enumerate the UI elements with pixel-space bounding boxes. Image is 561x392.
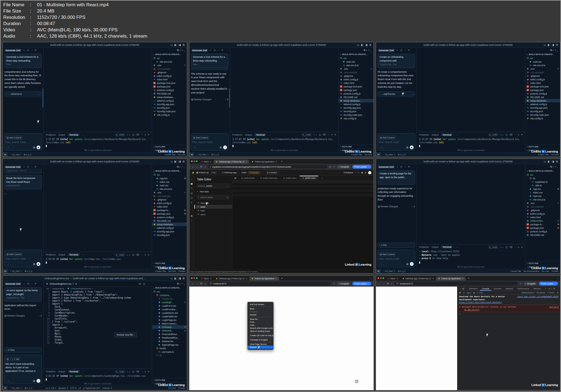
chat-input[interactable]: @ Add Context Plan, search, build ∞ ⌄ ▣ … [4, 250, 42, 267]
window-layout-icons[interactable]: ▭ ◧ ◨ ⚙ [544, 44, 559, 46]
console-prompt[interactable]: > [457, 312, 560, 316]
video-thumbnail-1[interactable]: build-with-ai-create-a-follow-up-app-wit… [2, 42, 187, 157]
explorer-root[interactable]: ⌄ BUILD-WITH-AI-CREATE... [152, 286, 187, 290]
tab-terminal[interactable]: Terminal [441, 246, 453, 248]
chevron-icon[interactable]: ⌄ [262, 172, 264, 174]
tab-close-icon[interactable]: ✕ [245, 278, 247, 280]
table-row[interactable]: ⊞followups [194, 201, 232, 205]
file-row[interactable]: tailwind.config.js [152, 226, 187, 230]
home-button[interactable]: ⌂ [391, 282, 392, 285]
file-row[interactable]: .env ⊘ [525, 67, 560, 71]
lens-icon[interactable]: ◇ [329, 165, 331, 168]
explorer-root[interactable]: ⌄ BUILD-WITH-AI-CREATE... [525, 169, 560, 173]
finish-update-button[interactable]: Finish update ⋮ [352, 165, 371, 169]
table-row[interactable]: ⊞leads [194, 205, 232, 209]
devtools-tab[interactable]: Performance [515, 287, 531, 291]
video-thumbnail-6[interactable]: build-with-ai-create-a-follow-up-app-wit… [376, 159, 560, 274]
file-row[interactable]: LeadsDemo.tsx [152, 311, 187, 315]
file-row[interactable]: index.html [525, 81, 560, 85]
settings-icon[interactable]: ⌂ [191, 219, 192, 222]
terminal-more-icon[interactable]: ⋯ [514, 246, 516, 248]
split-terminal-icon[interactable]: ◫ [132, 370, 135, 373]
outline-section[interactable]: › OUTLINE [152, 261, 187, 265]
bookmark-star[interactable]: ☆ [520, 282, 522, 285]
file-row[interactable]: eslint.config.js [525, 78, 560, 81]
git-branch[interactable]: ⑂ 03_04e* ⟳ [383, 270, 395, 272]
file-row[interactable]: vite-env.d.ts [525, 63, 560, 67]
panel-close-icon[interactable]: ✕ [334, 133, 336, 136]
new-terminal-icon[interactable]: ＋⌄ [127, 253, 131, 256]
split-terminal-icon[interactable]: ◫ [319, 133, 321, 136]
devtools-tab[interactable]: Sources [492, 287, 503, 291]
file-row[interactable]: package-lock.json [339, 85, 374, 88]
context-menu-item[interactable] [249, 342, 272, 342]
tab-output[interactable]: Output [432, 133, 439, 136]
finish-update-button[interactable]: Finish update ⋮ [352, 282, 371, 285]
file-row[interactable]: package.json M [525, 226, 560, 230]
tab-problems[interactable]: Problems [46, 133, 56, 136]
editor-tab[interactable]: OnboardingDemo.tsx U ✕ [44, 281, 80, 286]
panel-maximize-icon[interactable]: ∧ [144, 254, 146, 256]
status-item[interactable]: Prettier [178, 270, 185, 272]
context-menu-item[interactable] [249, 317, 272, 317]
context-menu-item[interactable]: Inspect [248, 346, 273, 349]
reload-button[interactable]: ⟳ [200, 282, 202, 285]
file-row[interactable]: README.md [339, 95, 374, 99]
window-controls[interactable] [378, 277, 384, 279]
stop-button[interactable]: ■ [37, 262, 40, 266]
file-row[interactable]: SignUpPage.tsx [152, 343, 187, 347]
terminal-shell[interactable]: ▸_ node [488, 246, 498, 249]
file-row[interactable]: .gitignore [525, 74, 560, 78]
terminal-shell[interactable]: ▸_ node [115, 253, 125, 256]
kill-terminal-icon[interactable]: ⌫ [509, 246, 512, 248]
file-row[interactable]: src [525, 173, 560, 177]
new-terminal-icon[interactable]: ＋⌄ [313, 133, 317, 136]
error-count-badge[interactable]: ● 1 [549, 288, 551, 290]
file-row[interactable]: postcss.config.js [339, 92, 374, 95]
inspect-element-icon[interactable]: ⌖ [460, 287, 461, 290]
file-row[interactable]: main.tsx [152, 184, 187, 187]
file-row[interactable]: vite.config.ts [152, 113, 187, 117]
tables-menu-tab[interactable]: ▦ [232, 176, 238, 180]
table-tab[interactable]: ⊞public.users [280, 176, 300, 180]
context-menu-item[interactable]: View Page Source [248, 343, 273, 346]
explorer-actions[interactable]: ⧉ ⌕ ⑂ ⌄ [525, 48, 560, 52]
status-item[interactable]: Cursor Tab [165, 153, 175, 156]
forward-button[interactable]: → [383, 282, 385, 285]
file-row[interactable]: .env.example [152, 194, 187, 198]
file-row[interactable]: postcss.config.js [152, 215, 187, 219]
file-row[interactable]: RoleBasedRou... [152, 336, 187, 339]
file-row[interactable]: tsconfig.node.json [525, 113, 560, 117]
devtools-tab[interactable]: Network [504, 287, 515, 291]
tab-problems[interactable]: Problems [46, 370, 56, 373]
back-button[interactable]: ← [378, 282, 381, 285]
add-context-button[interactable]: @ Add Context [379, 253, 396, 256]
split-terminal-icon[interactable]: ◫ [506, 133, 508, 136]
file-row[interactable]: setup-database.... [525, 99, 560, 102]
supabase-nav-rail[interactable]: ⌂ ▦ ⎘ ▤ ◫ ⚲ ◉ ⌂ [189, 176, 194, 270]
tab-problems[interactable]: Problems [419, 133, 429, 136]
add-context-button[interactable]: @ [5, 357, 10, 361]
file-row[interactable]: index.html [152, 205, 187, 208]
split-terminal-icon[interactable]: ◫ [132, 133, 135, 136]
tab-problems[interactable]: Problems [232, 133, 242, 136]
commands-icon[interactable]: ◈ [365, 171, 366, 174]
chat-tab-actions[interactable]: ＋ ◷ ⋯ ✕ [396, 165, 411, 169]
file-row[interactable]: .env ⊘ [152, 191, 187, 194]
video-thumbnail-3[interactable]: build-with-ai-create-a-follow-up-app-wit… [376, 42, 560, 157]
new-terminal-icon[interactable]: ＋⌄ [500, 133, 504, 136]
new-terminal-icon[interactable]: ＋⌄ [500, 246, 504, 249]
file-row[interactable]: Onboardi... U [152, 329, 187, 332]
file-row[interactable]: vite.config.ts [525, 117, 560, 120]
window-layout-icons[interactable]: ▭ ◧ ◨ ⚙ [170, 160, 185, 163]
remote-icon[interactable]: ⋈ [376, 153, 381, 157]
eye-icon[interactable]: ◉ [473, 292, 475, 294]
send-button[interactable]: ↑ [410, 262, 414, 266]
file-row[interactable]: README.md [525, 233, 560, 237]
file-row[interactable]: src [152, 56, 187, 60]
remote-icon[interactable]: ⋈ [376, 269, 381, 273]
file-row[interactable]: ProtectedRout... [152, 332, 187, 336]
tab-close-icon[interactable]: ✕ [462, 278, 464, 280]
chevron-icon[interactable]: ⌄ [238, 172, 240, 174]
status-item[interactable]: Go Live [551, 153, 559, 156]
